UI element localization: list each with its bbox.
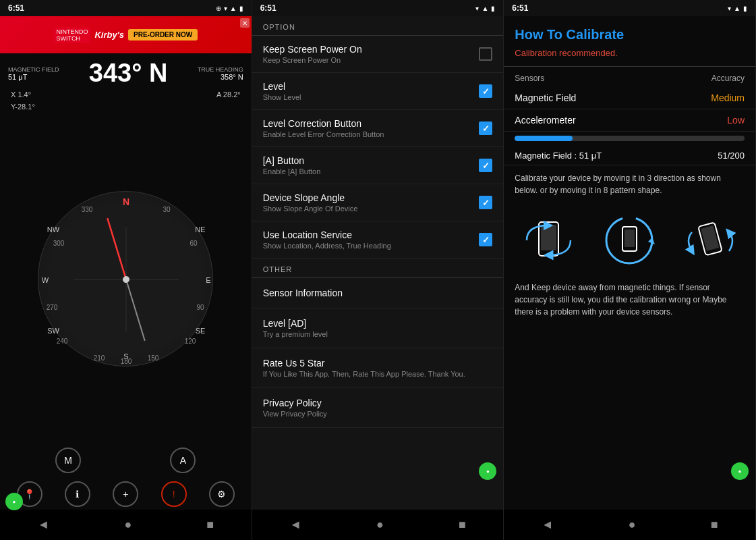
settings-item-location-service-text: Use Location Service Show Location, Addr… — [263, 230, 479, 250]
settings-item-privacy-policy[interactable]: Privacy Policy View Privacy Policy — [252, 388, 504, 428]
setting-title-keep-screen: Keep Screen Power On — [263, 44, 479, 55]
status-icons-middle: ▾ ▲ ▮ — [475, 5, 495, 12]
setting-title-level-correction: Level Correction Button — [263, 118, 479, 129]
settings-item-rate-us[interactable]: Rate Us 5 Star If You Like This App. The… — [252, 348, 504, 388]
compass-heading: 343° N — [89, 59, 168, 88]
y-axis-value: Y-28.1° — [0, 103, 252, 115]
deg-120: 120 — [185, 338, 196, 345]
deg-90: 90 — [197, 304, 205, 311]
setting-subtitle-rate-us: If You Like This App. Then, Rate This Ap… — [263, 370, 493, 378]
fab-left-icon: ● — [13, 499, 16, 505]
needle-north — [108, 218, 127, 279]
panel-calibration: 6:51 ▾ ▲ ▮ How To Calibrate Calibration … — [504, 0, 756, 540]
compass-info-row: MAGNETIC FIELD 51 μT 343° N TRUE HEADING… — [0, 53, 252, 90]
checkbox-a-button[interactable] — [479, 159, 492, 172]
checkbox-slope-angle[interactable] — [479, 196, 492, 209]
home-button-left[interactable]: ● — [111, 515, 145, 535]
magnetic-field-text: Magnetic Field : 51 μT — [515, 151, 602, 161]
setting-title-privacy-policy: Privacy Policy — [263, 398, 493, 408]
home-button-right[interactable]: ● — [615, 515, 649, 535]
magnetic-field-row: Magnetic Field : 51 μT 51/200 — [504, 145, 755, 165]
bottom-nav-right: ◄ ● ■ — [504, 510, 755, 540]
calib-svg-1 — [520, 212, 577, 269]
wifi-icon-r: ▲ — [734, 5, 740, 12]
ad-banner[interactable]: NINTENDOSWITCH Kirby's PRE-ORDER NOW ✕ — [0, 16, 252, 53]
setting-subtitle-location-service: Show Location, Address, True Heading — [263, 242, 479, 250]
x-axis-value: X 1.4° — [11, 90, 31, 99]
back-button-right[interactable]: ◄ — [528, 515, 567, 535]
recents-button-middle[interactable]: ■ — [445, 515, 479, 535]
settings-item-keep-screen[interactable]: Keep Screen Power On Keep Screen Power O… — [252, 36, 504, 73]
checkbox-level-correction[interactable] — [479, 122, 492, 135]
calibration-recommended-text: Calibration recommended. — [504, 48, 755, 67]
sensors-header: Sensors Accuracy — [504, 67, 755, 87]
sensor-row-magnetic: Magnetic Field Medium — [504, 87, 755, 109]
svg-rect-1 — [541, 225, 556, 250]
signal-icon: ▾ — [224, 5, 227, 12]
fab-middle-icon: ● — [486, 468, 490, 475]
a-button[interactable]: A — [170, 448, 196, 473]
checkbox-keep-screen[interactable] — [479, 47, 492, 61]
checkbox-location-service[interactable] — [479, 233, 492, 246]
compass-dial: // Will be done inline N NE E SE S SW W … — [38, 191, 213, 367]
calib-svg-2 — [601, 212, 658, 269]
needle-south — [126, 279, 145, 341]
setting-title-rate-us: Rate Us 5 Star — [263, 358, 493, 369]
ad-close-button[interactable]: ✕ — [240, 18, 250, 28]
add-button[interactable]: + — [113, 481, 138, 507]
status-bar-right: 6:51 ▾ ▲ ▮ — [504, 0, 755, 16]
fab-left[interactable]: ● — [5, 493, 23, 510]
deg-60: 60 — [190, 240, 198, 247]
setting-title-sensor-info: Sensor Information — [263, 288, 493, 298]
battery-icon-m: ▮ — [491, 5, 495, 12]
bottom-nav-middle: ◄ ● ■ — [252, 510, 504, 540]
settings-item-level-correction[interactable]: Level Correction Button Enable Level Err… — [252, 110, 504, 147]
magnetic-field-label: MAGNETIC FIELD — [8, 66, 59, 73]
home-button-middle[interactable]: ● — [363, 515, 397, 535]
status-time-middle: 6:51 — [260, 3, 277, 13]
sensor-row-accelerometer: Accelerometer Low — [504, 109, 755, 132]
settings-item-level[interactable]: Level Show Level — [252, 73, 504, 110]
a-label: A — [180, 455, 186, 466]
settings-item-slope-angle-text: Device Slope Angle Show Slope Angle Of D… — [263, 192, 479, 213]
back-button-left[interactable]: ◄ — [24, 515, 63, 535]
recents-button-right[interactable]: ■ — [697, 515, 732, 535]
info-button[interactable]: ℹ — [65, 481, 90, 507]
deg-150: 150 — [148, 354, 159, 362]
alert-button[interactable]: ! — [161, 481, 187, 507]
compass-sw-label: SW — [47, 327, 59, 335]
needle-center — [122, 275, 130, 283]
panel-settings: 6:51 ▾ ▲ ▮ OPTION Keep Screen Power On K… — [252, 0, 504, 540]
fab-right-icon: ● — [738, 468, 742, 475]
magnetic-field-value: 51 μT — [8, 73, 59, 81]
svg-rect-5 — [624, 230, 635, 247]
calib-svg-3 — [682, 212, 739, 269]
wifi-icon: ▲ — [230, 5, 237, 12]
true-heading-value: 358° N — [198, 73, 243, 81]
settings-item-level-text: Level Show Level — [263, 81, 479, 101]
m-button[interactable]: M — [55, 448, 81, 473]
settings-item-sensor-info[interactable]: Sensor Information — [252, 278, 504, 308]
setting-subtitle-level: Show Level — [263, 93, 479, 101]
settings-item-a-button[interactable]: [A] Button Enable [A] Button — [252, 147, 504, 184]
status-bar-left: 6:51 ⊕ ▾ ▲ ▮ — [0, 0, 252, 16]
fab-right[interactable]: ● — [731, 462, 749, 480]
true-heading-info: TRUE HEADING 358° N — [198, 66, 243, 81]
magnetic-field-info: MAGNETIC FIELD 51 μT — [8, 66, 59, 81]
settings-button[interactable]: ⚙ — [209, 481, 235, 507]
settings-item-location-service[interactable]: Use Location Service Show Location, Addr… — [252, 221, 504, 259]
panel-compass: 6:51 ⊕ ▾ ▲ ▮ NINTENDOSWITCH Kirby's PRE-… — [0, 0, 252, 540]
ad-nintendo-label: NINTENDOSWITCH — [53, 27, 90, 43]
ad-cta-button[interactable]: PRE-ORDER NOW — [128, 29, 198, 40]
recents-button-left[interactable]: ■ — [193, 515, 227, 535]
setting-subtitle-level-ad: Try a premium level — [263, 330, 493, 338]
status-icons-left: ⊕ ▾ ▲ ▮ — [216, 5, 243, 12]
signal-icon-m: ▾ — [475, 5, 479, 12]
status-bar-middle: 6:51 ▾ ▲ ▮ — [252, 0, 504, 16]
back-button-middle[interactable]: ◄ — [276, 515, 315, 535]
settings-item-level-ad[interactable]: Level [AD] Try a premium level — [252, 308, 504, 348]
calibration-title: How To Calibrate — [504, 16, 755, 48]
settings-item-slope-angle[interactable]: Device Slope Angle Show Slope Angle Of D… — [252, 184, 504, 221]
compass-e-label: E — [206, 276, 211, 284]
checkbox-level[interactable] — [479, 84, 492, 98]
